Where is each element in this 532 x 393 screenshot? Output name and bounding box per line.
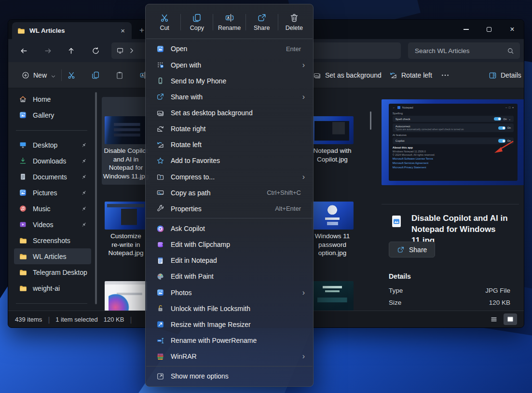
menu-item-rename-with-powerrename[interactable]: Rename with PowerRename bbox=[148, 332, 311, 348]
sidebar-item-desktop[interactable]: Desktop bbox=[14, 137, 91, 153]
search-box[interactable] bbox=[408, 42, 520, 59]
menu-item-resize-with-image-resizer[interactable]: Resize with Image Resizer bbox=[148, 316, 311, 332]
sidebar-item-music[interactable]: Music bbox=[14, 201, 91, 217]
sidebar-item-documents[interactable]: Documents bbox=[14, 169, 91, 185]
back-button[interactable] bbox=[17, 45, 30, 56]
menu-item-set-as-desktop-background[interactable]: Set as desktop background bbox=[148, 105, 311, 121]
menu-item-ask-copilot[interactable]: Ask Copilot bbox=[148, 220, 311, 236]
more-options-icon bbox=[156, 372, 164, 380]
sidebar-item-label: Telegram Desktop bbox=[33, 269, 87, 276]
menu-item-rotate-right[interactable]: Rotate right bbox=[148, 121, 311, 137]
menu-item-unlock-with-file-locksmith[interactable]: Unlock with File Locksmith bbox=[148, 300, 311, 316]
sidebar-divider bbox=[16, 130, 87, 131]
context-menu: CutCopyRenameShareDeleteOpenEnterOpen wi… bbox=[145, 4, 314, 387]
folder-icon bbox=[19, 252, 27, 260]
music-icon bbox=[19, 204, 27, 213]
paste-icon bbox=[115, 71, 124, 80]
forward-button[interactable] bbox=[41, 45, 54, 56]
menu-item-rotate-left[interactable]: Rotate left bbox=[148, 137, 311, 153]
pin-icon bbox=[81, 190, 87, 196]
sidebar-item-label: weight-ai bbox=[33, 285, 87, 292]
chevron-right-icon bbox=[128, 47, 136, 54]
file-tile[interactable]: Disable Copilotand AI inNotepad forWindo… bbox=[102, 97, 150, 185]
file-tile[interactable]: Notepad withCopilot.jpg bbox=[308, 97, 356, 164]
file-tile[interactable] bbox=[308, 279, 356, 311]
share-button[interactable]: Share bbox=[389, 242, 435, 257]
sidebar-item-telegram-desktop[interactable]: Telegram Desktop bbox=[14, 264, 91, 280]
quick-action-copy[interactable]: Copy bbox=[181, 9, 213, 36]
file-thumbnail bbox=[311, 116, 354, 144]
submenu-chevron-icon: › bbox=[302, 93, 305, 101]
menu-item-show-more-options[interactable]: Show more options bbox=[148, 368, 311, 384]
cut-button[interactable] bbox=[63, 68, 80, 83]
sidebar-item-downloads[interactable]: Downloads bbox=[14, 153, 91, 169]
rotate-left-button[interactable]: Rotate left bbox=[386, 68, 435, 83]
set-as-background-button[interactable]: Set as background bbox=[310, 68, 384, 83]
sidebar-scrollbar[interactable] bbox=[95, 92, 97, 304]
tab-close-icon[interactable]: × bbox=[119, 27, 127, 35]
menu-item-open-with[interactable]: Open with› bbox=[148, 57, 311, 73]
sidebar-item-weight-ai[interactable]: weight-ai bbox=[14, 280, 91, 296]
details-toggle-button[interactable]: Details bbox=[486, 68, 524, 83]
menu-item-edit-with-paint[interactable]: Edit with Paint bbox=[148, 269, 311, 285]
content-scrollbar[interactable] bbox=[370, 111, 371, 130]
search-input[interactable] bbox=[414, 47, 503, 55]
thumbnail-view-button[interactable] bbox=[504, 313, 517, 325]
quick-action-cut[interactable]: Cut bbox=[149, 9, 180, 36]
menu-item-properties[interactable]: PropertiesAlt+Enter bbox=[148, 201, 311, 217]
details-label: Details bbox=[501, 71, 521, 79]
red-arrow-annotation bbox=[491, 140, 514, 154]
file-tile[interactable]: Customizere-write inNotepad.jpg bbox=[102, 198, 150, 266]
search-icon bbox=[507, 47, 514, 54]
menu-item-photos[interactable]: Photos› bbox=[148, 285, 311, 300]
menu-item-edit-in-notepad[interactable]: Edit in Notepad bbox=[148, 253, 311, 269]
new-button[interactable]: New bbox=[16, 68, 62, 83]
maximize-button[interactable] bbox=[477, 20, 501, 39]
menu-item-label: Properties bbox=[171, 205, 275, 213]
downloads-icon bbox=[19, 157, 27, 165]
lock-icon bbox=[156, 304, 164, 312]
menu-item-send-to-my-phone[interactable]: Send to My Phone bbox=[148, 73, 311, 89]
up-button[interactable] bbox=[65, 45, 77, 56]
photos-app-icon bbox=[156, 45, 164, 53]
menu-item-add-to-favorites[interactable]: Add to Favorites bbox=[148, 153, 311, 169]
sidebar-item-label: Downloads bbox=[33, 157, 75, 165]
menu-item-label: Set as desktop background bbox=[171, 109, 307, 117]
menu-item-label: Open bbox=[171, 45, 286, 53]
sidebar-item-gallery[interactable]: Gallery bbox=[14, 107, 91, 123]
sidebar-item-pictures[interactable]: Pictures bbox=[14, 185, 91, 201]
sidebar-item-label: Gallery bbox=[33, 111, 87, 119]
menu-item-edit-with-clipchamp[interactable]: Edit with Clipchamp bbox=[148, 237, 311, 253]
menu-item-copy-as-path[interactable]: Copy as pathCtrl+Shift+C bbox=[148, 185, 311, 201]
quick-action-delete[interactable]: Delete bbox=[278, 9, 310, 36]
share-icon bbox=[397, 246, 405, 254]
sidebar-item-videos[interactable]: Videos bbox=[14, 217, 91, 232]
sidebar-item-screenshots[interactable]: Screenshots bbox=[14, 232, 91, 248]
refresh-button[interactable] bbox=[89, 45, 102, 56]
sidebar-item-home[interactable]: Home bbox=[14, 91, 91, 107]
sidebar-item-label: Documents bbox=[33, 173, 75, 181]
cut-icon bbox=[160, 13, 169, 23]
menu-item-open[interactable]: OpenEnter bbox=[148, 41, 311, 57]
folder-icon bbox=[19, 236, 27, 244]
menu-item-label: Rotate right bbox=[171, 125, 307, 133]
minimize-button[interactable] bbox=[454, 20, 477, 39]
details-divider bbox=[382, 204, 519, 204]
close-button[interactable]: × bbox=[501, 20, 524, 39]
quick-action-rename[interactable]: Rename bbox=[213, 9, 245, 36]
paste-button[interactable] bbox=[111, 68, 128, 83]
copy-button[interactable] bbox=[87, 68, 104, 83]
more-commands-button[interactable] bbox=[437, 68, 454, 83]
sidebar-item-wl-articles[interactable]: WL Articles bbox=[14, 248, 91, 264]
menu-item-compress-to-[interactable]: Compress to...› bbox=[148, 169, 311, 185]
menu-item-share-with[interactable]: Share with› bbox=[148, 89, 311, 105]
quick-action-share[interactable]: Share bbox=[246, 9, 278, 36]
wrench-icon bbox=[156, 204, 164, 213]
menu-item-winrar[interactable]: WinRAR› bbox=[148, 349, 311, 365]
file-tile[interactable] bbox=[102, 279, 150, 311]
file-tile[interactable]: Windows 11passwordoption.jpg bbox=[308, 198, 356, 266]
new-tab-button[interactable]: + bbox=[139, 26, 144, 35]
tab-wl-articles[interactable]: WL Articles × bbox=[12, 22, 132, 39]
menu-shortcut: Alt+Enter bbox=[275, 205, 301, 212]
list-view-button[interactable] bbox=[487, 313, 501, 325]
